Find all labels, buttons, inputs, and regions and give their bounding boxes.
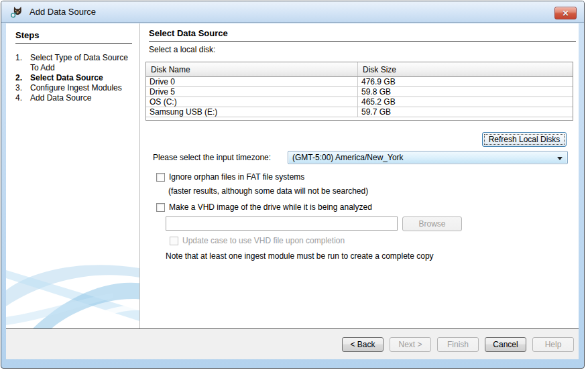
autopsy-app-icon [11, 6, 24, 18]
step-item-select-type: 1. Select Type of Data Source To Add [15, 53, 139, 73]
back-button[interactable]: < Back [342, 337, 384, 352]
table-row[interactable]: Drive 5 59.8 GB [146, 87, 573, 97]
ignore-orphan-files-checkbox-row[interactable]: Ignore orphan files in FAT file systems [156, 172, 304, 182]
make-vhd-image-checkbox-row[interactable]: Make a VHD image of the drive while it i… [156, 202, 372, 212]
timezone-select[interactable]: (GMT-5:00) America/New_York [288, 151, 568, 164]
orphan-note-text: (faster results, although some data will… [168, 186, 368, 196]
make-vhd-image-label: Make a VHD image of the drive while it i… [169, 202, 372, 212]
steps-heading: Steps [15, 30, 132, 44]
update-case-checkbox-row[interactable]: Update case to use VHD file upon complet… [170, 236, 345, 245]
chevron-down-icon [557, 157, 563, 160]
dialog-content: Steps 1. Select Type of Data Source To A… [6, 23, 579, 359]
local-disk-table[interactable]: Disk Name Disk Size Drive 0 476.9 GB Dri… [145, 62, 573, 121]
window-title: Add Data Source [30, 7, 96, 17]
close-button[interactable]: ✕ [554, 7, 577, 19]
close-icon: ✕ [562, 9, 569, 17]
next-button[interactable]: Next > [390, 337, 431, 352]
add-data-source-dialog: Add Data Source ✕ Steps 1. Select Type o… [1, 1, 585, 369]
finish-button[interactable]: Finish [437, 337, 479, 352]
make-vhd-image-checkbox[interactable] [156, 203, 165, 212]
ingest-note-text: Note that at least one ingest module mus… [166, 251, 434, 261]
column-header-disk-name[interactable]: Disk Name [146, 62, 358, 76]
timezone-label: Please select the input timezone: [153, 153, 271, 162]
step-item-select-data-source: 2. Select Data Source [15, 73, 139, 83]
step-item-configure-ingest: 3. Configure Ingest Modules [15, 83, 139, 93]
step-item-add-data-source: 4. Add Data Source [15, 93, 139, 103]
help-button[interactable]: Help [532, 337, 574, 352]
ignore-orphan-files-checkbox[interactable] [156, 173, 165, 182]
titlebar[interactable]: Add Data Source ✕ [1, 1, 584, 23]
cancel-button[interactable]: Cancel [485, 337, 526, 352]
update-case-label: Update case to use VHD file upon complet… [182, 236, 345, 245]
ignore-orphan-files-label: Ignore orphan files in FAT file systems [169, 172, 304, 182]
table-row[interactable]: Drive 0 476.9 GB [146, 77, 573, 87]
table-row[interactable]: OS (C:) 465.2 GB [146, 97, 573, 107]
steps-panel: Steps 1. Select Type of Data Source To A… [6, 23, 140, 328]
timezone-selected-value: (GMT-5:00) America/New_York [292, 153, 404, 162]
refresh-local-disks-button[interactable]: Refresh Local Disks [482, 132, 567, 147]
table-row[interactable]: Samsung USB (E:) 59.7 GB [146, 107, 573, 117]
column-header-disk-size[interactable]: Disk Size [358, 62, 573, 76]
vhd-path-input[interactable] [166, 217, 398, 231]
select-data-source-panel: Select Data Source Select a local disk: … [140, 23, 579, 328]
browse-button[interactable]: Browse [402, 217, 462, 231]
wizard-watermark-swoosh [6, 258, 140, 328]
panel-heading: Select Data Source [149, 28, 576, 42]
update-case-checkbox[interactable] [170, 237, 178, 245]
wizard-footer: < Back Next > Finish Cancel Help [6, 328, 579, 359]
table-header-row: Disk Name Disk Size [146, 62, 573, 77]
local-disk-label: Select a local disk: [149, 45, 215, 54]
